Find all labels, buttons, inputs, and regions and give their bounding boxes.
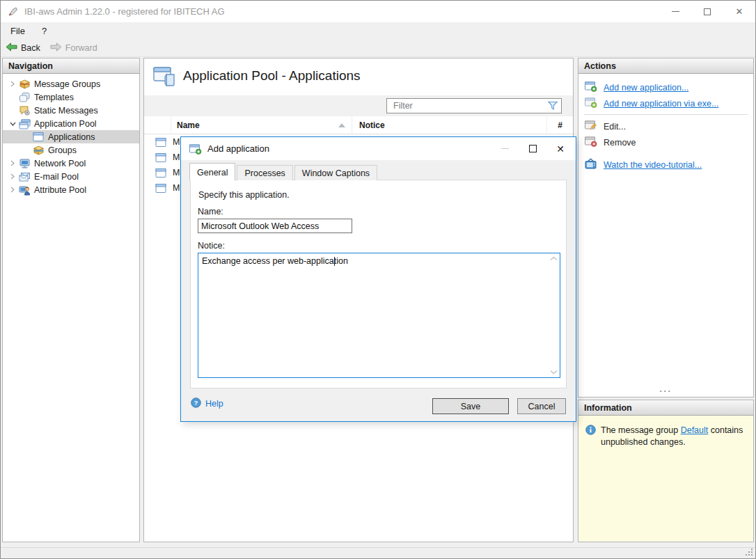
forward-button[interactable]: Forward [45, 40, 102, 56]
tree-label: Network Pool [34, 159, 86, 168]
add-application-icon [585, 81, 597, 94]
tree-label: E-mail Pool [34, 172, 79, 182]
close-icon: ✕ [736, 7, 743, 16]
action-label: Edit... [604, 122, 626, 132]
menu-help[interactable]: ? [36, 26, 52, 36]
video-tutorial-icon [585, 158, 597, 171]
dialog-title-bar: Add application ✕ [181, 137, 576, 160]
application-icon [155, 137, 166, 148]
scroll-up-icon[interactable] [550, 256, 558, 261]
chevron-right-icon[interactable] [7, 160, 18, 166]
application-icon [155, 152, 166, 163]
edit-icon [585, 120, 597, 133]
dialog-title: Add application [207, 143, 269, 154]
text-caret [334, 257, 335, 266]
name-field[interactable] [198, 219, 352, 233]
tree-label: Applications [48, 132, 95, 142]
chevron-right-icon[interactable] [7, 173, 18, 180]
network-pool-icon [18, 158, 31, 169]
filter-input[interactable] [386, 98, 562, 113]
information-header: Information [578, 400, 753, 416]
row-name: M [173, 152, 180, 162]
tree-item-applications[interactable]: Applications [3, 130, 139, 143]
window-title: IBI-aws Admin 1.22.0 - registered for IB… [24, 6, 225, 17]
dialog-maximize-button[interactable] [519, 137, 546, 160]
chevron-right-icon[interactable] [7, 81, 18, 87]
tree-item-static-messages[interactable]: Static Messages [3, 104, 139, 117]
tab-general[interactable]: General [189, 163, 235, 180]
tree-item-message-groups[interactable]: Message Groups [3, 77, 139, 90]
applications-icon [32, 132, 45, 142]
action-add-new-application-via-exe[interactable]: Add new application via exe... [578, 95, 753, 111]
maximize-icon [529, 145, 537, 152]
information-panel: Information The message group Default co… [578, 400, 754, 542]
templates-icon [18, 92, 31, 103]
information-message: The message group Default contains unpub… [601, 425, 748, 448]
column-name[interactable]: Name [171, 116, 352, 134]
column-notice[interactable]: Notice [352, 116, 546, 134]
tree-item-groups[interactable]: Groups [3, 143, 139, 157]
status-bar [1, 547, 755, 558]
action-add-new-application[interactable]: Add new application... [578, 79, 753, 95]
add-application-dialog: Add application ✕ General Processes Wind… [180, 136, 576, 422]
chevron-down-icon[interactable] [7, 121, 18, 127]
application-pool-header-icon [153, 65, 177, 90]
filter-row [144, 95, 573, 116]
tree-item-network-pool[interactable]: Network Pool [3, 157, 139, 170]
save-button[interactable]: Save [432, 398, 509, 414]
tree-label: Static Messages [34, 106, 98, 116]
action-remove[interactable]: Remove [578, 134, 753, 150]
panel-splitter-handle[interactable]: ··· [578, 388, 754, 398]
minimize-icon [501, 148, 509, 149]
tree-item-email-pool[interactable]: E-mail Pool [3, 170, 139, 183]
actions-separator [584, 114, 748, 115]
column-count-label: # [558, 120, 562, 130]
navigation-panel: Navigation Message Groups Templates Stat… [2, 58, 140, 542]
groups-icon [32, 145, 45, 156]
chevron-right-icon[interactable] [7, 187, 18, 193]
back-button[interactable]: Back [1, 40, 45, 56]
tree-item-application-pool[interactable]: Application Pool [3, 117, 139, 130]
title-bar: IBI-aws Admin 1.22.0 - registered for IB… [1, 1, 755, 22]
tree-label: Groups [48, 145, 77, 155]
default-message-group-link[interactable]: Default [681, 425, 709, 435]
maximize-button[interactable] [691, 1, 723, 22]
filter-funnel-icon[interactable] [547, 100, 558, 113]
dialog-minimize-button [491, 137, 519, 160]
tab-window-captions[interactable]: Window Captions [294, 165, 377, 180]
help-link[interactable]: ? Help [191, 397, 223, 410]
nav-toolbar: Back Forward [1, 40, 755, 57]
close-button[interactable]: ✕ [723, 1, 755, 22]
menu-file[interactable]: File [5, 26, 31, 36]
name-label: Name: [198, 207, 223, 216]
row-name: M [173, 183, 180, 193]
page-title: Application Pool - Applications [183, 68, 361, 84]
row-name: M [173, 168, 180, 178]
dialog-close-button[interactable]: ✕ [546, 137, 574, 160]
action-label: Add new application... [604, 83, 688, 93]
email-pool-icon [18, 171, 31, 182]
tree-item-attribute-pool[interactable]: Attribute Pool [3, 183, 139, 196]
action-label: Watch the video-tutorial... [604, 160, 702, 170]
resize-grip[interactable] [751, 554, 753, 556]
dialog-intro-text: Specify this application. [198, 190, 290, 200]
actions-panel: Actions Add new application... Add new a… [578, 58, 754, 397]
back-icon [6, 42, 17, 54]
table-header: Name Notice # [144, 116, 573, 134]
cancel-button[interactable]: Cancel [517, 398, 566, 414]
tab-processes[interactable]: Processes [237, 165, 292, 180]
notice-label: Notice: [198, 241, 225, 251]
navigation-header: Navigation [3, 58, 139, 74]
action-watch-video-tutorial[interactable]: Watch the video-tutorial... [578, 157, 753, 173]
notice-field[interactable]: Exchange access per web-application [198, 253, 560, 378]
main-header: Application Pool - Applications [144, 58, 573, 95]
application-icon [155, 183, 166, 194]
tree-item-templates[interactable]: Templates [3, 90, 139, 104]
help-label: Help [205, 399, 223, 409]
scroll-down-icon[interactable] [550, 370, 558, 375]
maximize-icon [704, 8, 711, 15]
row-name: M [173, 137, 180, 147]
minimize-button[interactable] [659, 1, 691, 22]
action-edit[interactable]: Edit... [578, 118, 753, 134]
column-count[interactable]: # [546, 116, 573, 134]
